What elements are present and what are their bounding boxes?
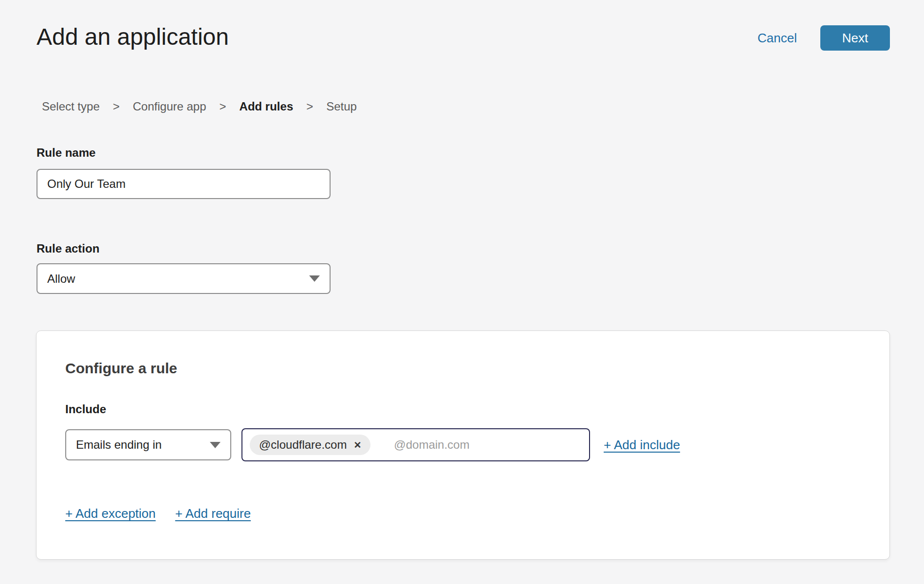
breadcrumb-step-select-type[interactable]: Select type xyxy=(42,100,100,113)
breadcrumb-separator: > xyxy=(220,100,226,113)
rule-name-label: Rule name xyxy=(37,146,95,160)
rule-card-title: Configure a rule xyxy=(65,360,177,377)
add-require-link[interactable]: + Add require xyxy=(175,506,251,521)
email-tag-chip: @cloudflare.com ✕ xyxy=(250,435,370,455)
include-selector-value: Emails ending in xyxy=(76,438,162,452)
email-tag-input-box[interactable]: @cloudflare.com ✕ xyxy=(241,428,590,461)
breadcrumb-step-setup[interactable]: Setup xyxy=(326,100,357,113)
breadcrumb: Select type > Configure app > Add rules … xyxy=(42,100,357,113)
breadcrumb-step-add-rules[interactable]: Add rules xyxy=(240,100,294,113)
email-tag-label: @cloudflare.com xyxy=(259,438,347,452)
rule-action-selected-value: Allow xyxy=(47,272,75,286)
next-button[interactable]: Next xyxy=(820,25,890,51)
add-exception-link[interactable]: + Add exception xyxy=(65,506,156,521)
remove-tag-icon[interactable]: ✕ xyxy=(353,440,361,450)
chevron-down-icon xyxy=(309,275,320,282)
chevron-down-icon xyxy=(210,442,221,448)
rule-name-input[interactable] xyxy=(37,169,331,199)
rule-card-links: + Add exception + Add require xyxy=(65,506,251,521)
breadcrumb-step-configure-app[interactable]: Configure app xyxy=(133,100,206,113)
include-selector-select[interactable]: Emails ending in xyxy=(65,429,231,460)
breadcrumb-separator: > xyxy=(306,100,313,113)
breadcrumb-separator: > xyxy=(113,100,120,113)
domain-input[interactable] xyxy=(394,438,582,452)
cancel-button[interactable]: Cancel xyxy=(758,31,797,46)
include-label: Include xyxy=(65,402,106,416)
header-actions: Cancel Next xyxy=(758,25,890,51)
rule-action-label: Rule action xyxy=(37,242,99,256)
page-title: Add an application xyxy=(37,23,229,50)
rule-action-select[interactable]: Allow xyxy=(37,263,331,294)
add-include-link[interactable]: + Add include xyxy=(604,438,680,453)
rule-card: Configure a rule Include Emails ending i… xyxy=(36,330,890,560)
include-row: Emails ending in @cloudflare.com ✕ + Add… xyxy=(65,428,680,461)
